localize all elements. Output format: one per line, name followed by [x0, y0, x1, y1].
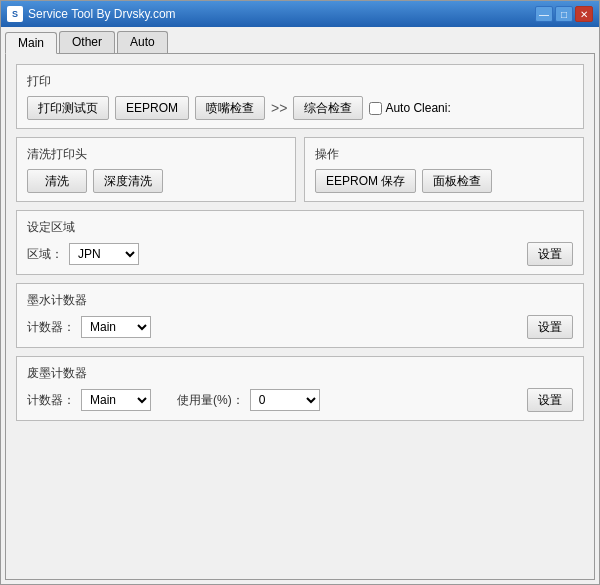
- ink-counter-title: 墨水计数器: [27, 292, 573, 309]
- window-title: Service Tool By Drvsky.com: [28, 7, 176, 21]
- usage-select[interactable]: 0: [250, 389, 320, 411]
- maximize-button[interactable]: □: [555, 6, 573, 22]
- print-section-title: 打印: [27, 73, 573, 90]
- clean-head-title: 清洗打印头: [27, 146, 285, 163]
- close-button[interactable]: ✕: [575, 6, 593, 22]
- nozzle-check-button[interactable]: 喷嘴检查: [195, 96, 265, 120]
- operate-buttons-row: EEPROM 保存 面板检查: [315, 169, 573, 193]
- operate-section: 操作 EEPROM 保存 面板检查: [304, 137, 584, 202]
- clean-button[interactable]: 清洗: [27, 169, 87, 193]
- ink-counter-select[interactable]: Main: [81, 316, 151, 338]
- titlebar-left: S Service Tool By Drvsky.com: [7, 6, 176, 22]
- tab-main[interactable]: Main: [5, 32, 57, 54]
- operate-title: 操作: [315, 146, 573, 163]
- titlebar-controls: — □ ✕: [535, 6, 593, 22]
- waste-counter-set-button[interactable]: 设置: [527, 388, 573, 412]
- eeprom-button[interactable]: EEPROM: [115, 96, 189, 120]
- ink-counter-section: 墨水计数器 计数器： Main 设置: [16, 283, 584, 348]
- ink-counter-field-row: 计数器： Main 设置: [27, 315, 573, 339]
- region-field-row: 区域： JPN 设置: [27, 242, 573, 266]
- tab-auto[interactable]: Auto: [117, 31, 168, 53]
- waste-counter-field-row: 计数器： Main 使用量(%)： 0 设置: [27, 388, 573, 412]
- auto-clean-checkbox-label[interactable]: Auto Cleani:: [369, 101, 450, 115]
- arrow-symbol: >>: [271, 100, 287, 116]
- waste-counter-label: 计数器：: [27, 392, 75, 409]
- print-test-page-button[interactable]: 打印测试页: [27, 96, 109, 120]
- print-buttons-row: 打印测试页 EEPROM 喷嘴检查 >> 综合检查 Auto Cleani:: [27, 96, 573, 120]
- waste-counter-title: 废墨计数器: [27, 365, 573, 382]
- tabs-header: Main Other Auto: [5, 31, 595, 54]
- print-section: 打印 打印测试页 EEPROM 喷嘴检查 >> 综合检查 Auto Cleani…: [16, 64, 584, 129]
- usage-label: 使用量(%)：: [177, 392, 244, 409]
- deep-clean-button[interactable]: 深度清洗: [93, 169, 163, 193]
- region-title: 设定区域: [27, 219, 573, 236]
- region-label: 区域：: [27, 246, 63, 263]
- region-select[interactable]: JPN: [69, 243, 139, 265]
- main-window: S Service Tool By Drvsky.com — □ ✕ Main …: [0, 0, 600, 585]
- panel-check-button[interactable]: 面板检查: [422, 169, 492, 193]
- waste-counter-select[interactable]: Main: [81, 389, 151, 411]
- auto-clean-checkbox[interactable]: [369, 102, 382, 115]
- eeprom-save-button[interactable]: EEPROM 保存: [315, 169, 416, 193]
- region-section: 设定区域 区域： JPN 设置: [16, 210, 584, 275]
- clean-head-section: 清洗打印头 清洗 深度清洗: [16, 137, 296, 202]
- region-set-button[interactable]: 设置: [527, 242, 573, 266]
- clean-head-buttons-row: 清洗 深度清洗: [27, 169, 285, 193]
- ink-counter-set-button[interactable]: 设置: [527, 315, 573, 339]
- app-icon: S: [7, 6, 23, 22]
- main-content: Main Other Auto 打印 打印测试页 EEPROM 喷嘴检查 >> …: [1, 27, 599, 584]
- waste-counter-section: 废墨计数器 计数器： Main 使用量(%)： 0 设置: [16, 356, 584, 421]
- tab-main-content: 打印 打印测试页 EEPROM 喷嘴检查 >> 综合检查 Auto Cleani…: [5, 54, 595, 580]
- tab-other[interactable]: Other: [59, 31, 115, 53]
- comprehensive-check-button[interactable]: 综合检查: [293, 96, 363, 120]
- auto-clean-label: Auto Cleani:: [385, 101, 450, 115]
- clean-operate-row: 清洗打印头 清洗 深度清洗 操作 EEPROM 保存 面板检查: [16, 137, 584, 202]
- minimize-button[interactable]: —: [535, 6, 553, 22]
- titlebar: S Service Tool By Drvsky.com — □ ✕: [1, 1, 599, 27]
- ink-counter-label: 计数器：: [27, 319, 75, 336]
